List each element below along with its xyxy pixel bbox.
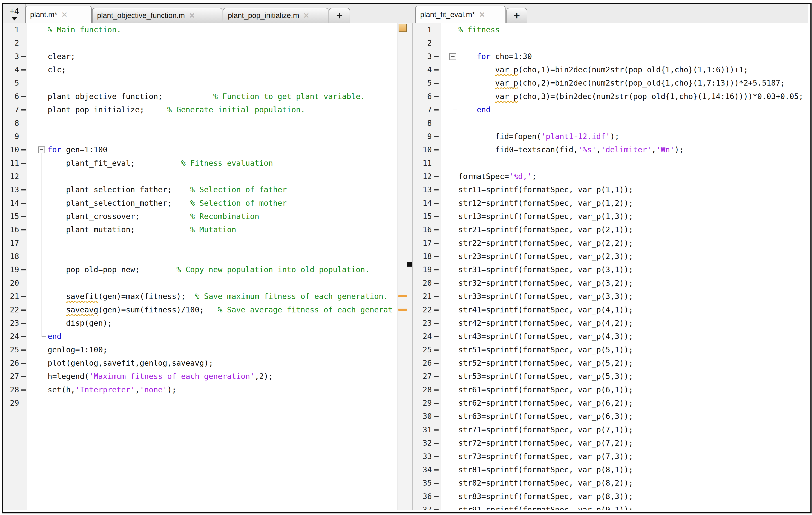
- code-line[interactable]: 21 savefit(gen)=max(fitness); % Save max…: [3, 290, 397, 303]
- code-line[interactable]: 30str63=sprintf(formatSpec, var_p(6,3));: [412, 410, 808, 423]
- code-text[interactable]: [48, 170, 397, 183]
- breakpoint-dash-icon[interactable]: [434, 483, 439, 484]
- code-line[interactable]: 16str21=sprintf(formatSpec, var_p(2,1));: [412, 223, 808, 236]
- breakpoint-gutter[interactable]: [19, 316, 27, 330]
- breakpoint-dash-icon[interactable]: [434, 96, 439, 97]
- breakpoint-dash-icon[interactable]: [434, 429, 439, 430]
- code-line[interactable]: 28set(h,'Interpreter','none');: [3, 383, 397, 396]
- breakpoint-dash-icon[interactable]: [434, 283, 439, 284]
- code-text[interactable]: str31=sprintf(formatSpec, var_p(3,1));: [458, 263, 808, 276]
- code-line[interactable]: 26str52=sprintf(formatSpec, var_p(5,2));: [412, 357, 808, 370]
- tab-plant-objective-function-m[interactable]: plant_objective_function.m ✕: [92, 8, 223, 23]
- code-line[interactable]: 10for gen=1:100: [3, 143, 397, 156]
- code-text[interactable]: var_p(cho,3)=(bin2dec(num2str(pop_old{1,…: [458, 90, 808, 103]
- code-text[interactable]: end: [458, 103, 808, 116]
- code-text[interactable]: str23=sprintf(formatSpec, var_p(2,3));: [458, 250, 808, 263]
- breakpoint-gutter[interactable]: [432, 130, 441, 143]
- breakpoint-dash-icon[interactable]: [434, 376, 439, 377]
- code-line[interactable]: 4clc;: [3, 63, 397, 77]
- code-text[interactable]: pop_old=pop_new; % Copy new population i…: [48, 263, 397, 276]
- code-line[interactable]: 18str23=sprintf(formatSpec, var_p(2,3));: [412, 250, 808, 263]
- breakpoint-gutter[interactable]: [432, 50, 441, 63]
- breakpoint-gutter[interactable]: [432, 103, 441, 116]
- code-text[interactable]: [458, 36, 808, 50]
- code-line[interactable]: 7plant_pop_initialize; % Generate initia…: [3, 103, 397, 116]
- breakpoint-dash-icon[interactable]: [434, 56, 439, 57]
- code-text[interactable]: str61=sprintf(formatSpec, var_p(6,1));: [458, 383, 808, 396]
- breakpoint-gutter[interactable]: [432, 63, 441, 77]
- code-text[interactable]: str91=sprintf(formatSpec, var_p(9,1));: [458, 503, 808, 510]
- code-line[interactable]: 24end: [3, 330, 397, 343]
- breakpoint-gutter[interactable]: [432, 450, 441, 463]
- code-line[interactable]: 1% Main function.: [3, 23, 397, 36]
- breakpoint-gutter[interactable]: [432, 210, 441, 223]
- breakpoint-gutter[interactable]: [432, 436, 441, 450]
- code-text[interactable]: fid0=textscan(fid,'%s','delimiter','₩n')…: [458, 143, 808, 156]
- code-text[interactable]: % Main function.: [48, 23, 397, 36]
- breakpoint-gutter[interactable]: [19, 23, 27, 36]
- code-text[interactable]: str13=sprintf(formatSpec, var_p(1,3));: [458, 210, 808, 223]
- code-line[interactable]: 20: [3, 276, 397, 290]
- breakpoint-gutter[interactable]: [432, 343, 441, 357]
- right-editor-pane[interactable]: 1% fitness23 for cho=1:304 var_p(cho,1)=…: [412, 23, 808, 510]
- close-icon[interactable]: ✕: [479, 10, 485, 19]
- code-line[interactable]: 22str41=sprintf(formatSpec, var_p(4,1));: [412, 303, 808, 316]
- close-icon[interactable]: ✕: [303, 11, 309, 20]
- code-text[interactable]: end: [48, 330, 397, 343]
- code-text[interactable]: str42=sprintf(formatSpec, var_p(4,2));: [458, 316, 808, 330]
- code-text[interactable]: disp(gen);: [48, 316, 397, 330]
- code-text[interactable]: [458, 156, 808, 170]
- breakpoint-gutter[interactable]: [19, 210, 27, 223]
- code-text[interactable]: str21=sprintf(formatSpec, var_p(2,1));: [458, 223, 808, 236]
- code-text[interactable]: genlog=1:100;: [48, 343, 397, 357]
- left-editor-pane[interactable]: 1% Main function.23clear;4clc;56plant_ob…: [3, 23, 397, 510]
- code-line[interactable]: 17str22=sprintf(formatSpec, var_p(2,2));: [412, 237, 808, 250]
- code-line[interactable]: 20str32=sprintf(formatSpec, var_p(3,2));: [412, 276, 808, 290]
- breakpoint-gutter[interactable]: [432, 36, 441, 50]
- code-text[interactable]: clc;: [48, 63, 397, 77]
- breakpoint-dash-icon[interactable]: [21, 69, 26, 70]
- warnings-indicator-icon[interactable]: [399, 24, 407, 32]
- code-line[interactable]: 26plot(genlog,savefit,genlog,saveavg);: [3, 357, 397, 370]
- breakpoint-dash-icon[interactable]: [21, 363, 26, 364]
- breakpoint-gutter[interactable]: [19, 250, 27, 263]
- code-text[interactable]: plant_selection_father; % Selection of f…: [48, 183, 397, 196]
- code-text[interactable]: plant_fit_eval; % Fitness evaluation: [48, 156, 397, 170]
- breakpoint-gutter[interactable]: [432, 316, 441, 330]
- breakpoint-gutter[interactable]: [19, 117, 27, 130]
- breakpoint-gutter[interactable]: [432, 23, 441, 36]
- code-line[interactable]: 25genlog=1:100;: [3, 343, 397, 357]
- code-text[interactable]: str41=sprintf(formatSpec, var_p(4,1));: [458, 303, 808, 316]
- code-text[interactable]: [48, 130, 397, 143]
- breakpoint-dash-icon[interactable]: [434, 509, 439, 510]
- code-text[interactable]: [48, 36, 397, 50]
- breakpoint-gutter[interactable]: [19, 130, 27, 143]
- code-line[interactable]: 6 var_p(cho,3)=(bin2dec(num2str(pop_old{…: [412, 90, 808, 103]
- code-text[interactable]: fid=fopen('plant1-12.idf');: [458, 130, 808, 143]
- tab-overflow-button[interactable]: +4: [3, 4, 26, 23]
- breakpoint-gutter[interactable]: [432, 410, 441, 423]
- code-line[interactable]: 9: [3, 130, 397, 143]
- breakpoint-dash-icon[interactable]: [21, 189, 26, 190]
- breakpoint-gutter[interactable]: [432, 77, 441, 90]
- code-text[interactable]: str52=sprintf(formatSpec, var_p(5,2));: [458, 357, 808, 370]
- code-text[interactable]: str72=sprintf(formatSpec, var_p(7,2));: [458, 436, 808, 450]
- breakpoint-dash-icon[interactable]: [21, 229, 26, 231]
- breakpoint-gutter[interactable]: [19, 183, 27, 196]
- code-line[interactable]: 5 var_p(cho,2)=bin2dec(num2str(pop_old{1…: [412, 77, 808, 90]
- breakpoint-gutter[interactable]: [432, 370, 441, 383]
- code-line[interactable]: 14str12=sprintf(formatSpec, var_p(1,2));: [412, 196, 808, 210]
- breakpoint-gutter[interactable]: [19, 370, 27, 383]
- breakpoint-dash-icon[interactable]: [434, 456, 439, 457]
- breakpoint-gutter[interactable]: [432, 263, 441, 276]
- code-line[interactable]: 19 pop_old=pop_new; % Copy new populatio…: [3, 263, 397, 276]
- breakpoint-gutter[interactable]: [432, 183, 441, 196]
- breakpoint-gutter[interactable]: [19, 36, 27, 50]
- breakpoint-gutter[interactable]: [432, 290, 441, 303]
- breakpoint-dash-icon[interactable]: [434, 229, 439, 231]
- code-text[interactable]: str43=sprintf(formatSpec, var_p(4,3));: [458, 330, 808, 343]
- code-text[interactable]: clear;: [48, 50, 397, 63]
- breakpoint-gutter[interactable]: [19, 170, 27, 183]
- code-text[interactable]: str83=sprintf(formatSpec, var_p(8,3));: [458, 490, 808, 503]
- breakpoint-gutter[interactable]: [432, 476, 441, 490]
